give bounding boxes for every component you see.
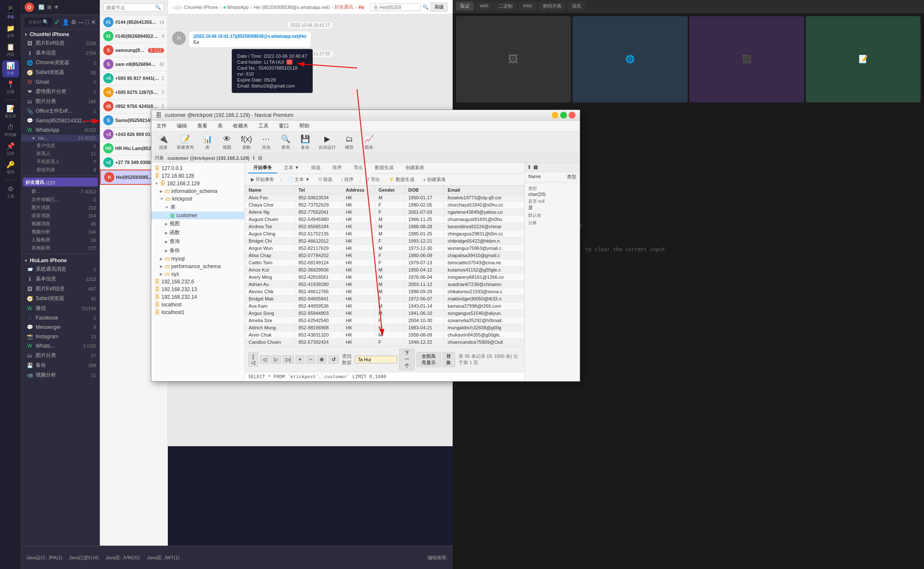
window-maximize-btn[interactable]: □ bbox=[560, 112, 567, 119]
table-row[interactable]: Bridget Mak852-84005841HKF1972-06-07makb… bbox=[245, 295, 524, 303]
subtb-begin[interactable]: ▶ 开始事务 bbox=[248, 176, 277, 184]
nav-file-transfer[interactable]: 文件传输已... 2 bbox=[21, 195, 99, 204]
nav-love-photos[interactable]: ❤ 爱情图片分类 1 bbox=[21, 87, 99, 96]
nav-other-apps[interactable]: 其他应用 172 bbox=[21, 244, 99, 252]
tb-view[interactable]: 👁 视图 bbox=[218, 134, 235, 151]
col-address[interactable]: Address bbox=[342, 186, 375, 194]
tab-sort[interactable]: 排序 bbox=[327, 163, 347, 173]
nav-hiulam-photoclassify[interactable]: 🗂 图片分类 17 bbox=[21, 351, 99, 360]
analysis-search-input[interactable] bbox=[28, 20, 41, 25]
nav-good-friends[interactable]: 好友通讯 /223 bbox=[23, 178, 98, 187]
nav-face-detection[interactable]: 人脸检测 16 bbox=[21, 236, 99, 244]
tb-autorun[interactable]: ▶ 自动运行 bbox=[316, 133, 338, 151]
device-chunhei[interactable]: ▼ ChunHei iPhone bbox=[21, 30, 99, 38]
last-page-btn[interactable]: ▷| bbox=[283, 355, 294, 364]
window-close-btn[interactable]: ✕ bbox=[569, 112, 575, 119]
copy-record-btn[interactable]: ⊕ bbox=[317, 355, 327, 364]
thumbnail-2[interactable]: 🌐 bbox=[573, 16, 687, 102]
table-row[interactable]: Adrian Au852-41939280HKM2003-11-12auadri… bbox=[245, 281, 524, 288]
forward-btn[interactable]: ▷ bbox=[179, 4, 182, 10]
msg-item-144[interactable]: #1 #144 (85264135585... 14 bbox=[100, 15, 167, 29]
refresh-btn[interactable]: 🔄 bbox=[38, 4, 45, 10]
node-search-box[interactable]: 🔍 bbox=[103, 3, 164, 11]
tree-customer-table[interactable]: ▦ customer bbox=[151, 212, 244, 219]
menu-edit[interactable]: 编辑 bbox=[175, 122, 189, 130]
tb-query[interactable]: 🔍 查询 bbox=[277, 133, 294, 151]
nav-hiulam-wechat[interactable]: W 微信 21/144 bbox=[21, 303, 99, 313]
props-info-icon[interactable]: ℹ bbox=[528, 164, 530, 170]
subtb-filter[interactable]: ▽ 筛选 bbox=[316, 176, 335, 184]
thumbnail-3[interactable]: ⬛ bbox=[689, 16, 804, 102]
table-row[interactable]: Alonso Chik852-46612766HKM1998-09-29chik… bbox=[245, 288, 524, 295]
thumbnail-1[interactable]: 🖼 bbox=[456, 16, 571, 102]
nav-sys-msg[interactable]: 📨 系统通讯消息 1 bbox=[21, 264, 99, 274]
nav-photo-classify[interactable]: 🗂 图片分类 186 bbox=[21, 96, 99, 106]
tab-web[interactable]: web bbox=[476, 2, 493, 11]
tree-views[interactable]: ▶ 视图 bbox=[151, 219, 244, 228]
nav-gmail[interactable]: M Gmail 2 bbox=[21, 77, 99, 87]
nav-safari[interactable]: 🧭 Safari浏览器 50 bbox=[21, 68, 99, 77]
minimize-icon[interactable]: — bbox=[78, 19, 84, 25]
nav-chrome[interactable]: 🌐 Chrome浏览器 2 bbox=[21, 58, 99, 68]
table-row[interactable]: Alvis Foo852-50623534HKM1950-01-17fooalv… bbox=[245, 194, 524, 201]
tree-sys[interactable]: ▶ 🗃 sys bbox=[151, 270, 244, 278]
tree-127[interactable]: 🗄 127.0.0.1 bbox=[151, 164, 244, 172]
props-list-icon[interactable]: ▤ bbox=[533, 164, 538, 170]
nav-hiulam-basic[interactable]: ℹ 基本信息 2203 bbox=[21, 274, 99, 284]
tree-localhost1[interactable]: 🗄 localhost1 bbox=[151, 309, 244, 316]
nav-hiulam-instagram[interactable]: 📸 Instagram 13 bbox=[21, 332, 99, 341]
search-data-input[interactable] bbox=[355, 356, 397, 363]
tree-krickpost[interactable]: ▼ 🗃 krickpost bbox=[151, 195, 244, 203]
highlight-all-btn[interactable]: 全部高亮显示 bbox=[417, 352, 440, 367]
tb-other[interactable]: ⋯ 其他 bbox=[258, 133, 275, 151]
first-page-btn[interactable]: |◁ bbox=[248, 352, 258, 367]
tree-queries[interactable]: ▶ 查询 bbox=[151, 237, 244, 246]
user-icon[interactable]: 👤 bbox=[62, 19, 69, 25]
table-row[interactable]: Amos Kut852-36929936HKM1950-04-12kutamos… bbox=[245, 266, 524, 274]
advanced-btn[interactable]: 高级 bbox=[431, 3, 448, 11]
icon-bar-location[interactable]: 📍 位置 bbox=[2, 79, 19, 96]
tree-mysql[interactable]: ▶ 🗃 mysql bbox=[151, 255, 244, 263]
tree-192-main[interactable]: ▼ 🗄 192.168.2.129 bbox=[151, 180, 244, 187]
prev-page-btn[interactable]: ◁ bbox=[260, 355, 269, 364]
tab-misc[interactable]: misc bbox=[519, 2, 537, 11]
col-dob[interactable]: DOB bbox=[405, 186, 444, 194]
tb-chart[interactable]: 📈 图表 bbox=[360, 133, 377, 151]
msg-item-593[interactable]: +5 +593 95 917 0441(59... 2 bbox=[100, 71, 167, 85]
icon-bar-phone[interactable]: 📱 手机 bbox=[2, 4, 19, 21]
table-row[interactable]: Arvin Chuk852-43831320HKM1958-08-09chuka… bbox=[245, 331, 524, 339]
sql-text[interactable]: SELECT * FROM `krickpost`.`customer` LIM… bbox=[248, 374, 386, 379]
next-search-btn[interactable]: 下一个 bbox=[399, 348, 415, 370]
tree-172[interactable]: 🗄 172.16.80.128 bbox=[151, 172, 244, 180]
col-email[interactable]: Email bbox=[444, 186, 524, 194]
tab-filter[interactable]: 筛选 bbox=[306, 163, 326, 173]
nav-hiulam-backup[interactable]: 💾 备份 398 bbox=[21, 360, 99, 370]
tree-tables[interactable]: ▼ 表 bbox=[151, 203, 244, 212]
nav-hiulam-whatsapp[interactable]: W Whats... 1 /155 bbox=[21, 341, 99, 351]
table-row[interactable]: Candice Chuen852-57392424HKF1949-12-22ch… bbox=[245, 339, 524, 346]
nav-basic-info[interactable]: ℹ 基本信息 2794 bbox=[21, 48, 99, 58]
tree-perf-schema[interactable]: ▶ 🗃 performance_schema bbox=[151, 263, 244, 270]
nav-groups[interactable]: 群... 7 /4312 bbox=[21, 187, 99, 195]
tb-connect[interactable]: 🔌 连接 bbox=[155, 133, 172, 151]
window-minimize-btn[interactable]: — bbox=[552, 112, 558, 119]
refresh-table-btn[interactable]: ↺ bbox=[329, 355, 339, 364]
detail-view-btn[interactable]: 👁 bbox=[54, 4, 59, 10]
nav-whatsapp[interactable]: W WhatsApp /6332 bbox=[21, 125, 99, 135]
table-row[interactable]: Caitlin Tsim852-68149124HKF1979-07-13tsi… bbox=[245, 259, 524, 266]
nav-group-list[interactable]: 群组列表 8 bbox=[21, 166, 99, 174]
table-row[interactable]: Augus Ching852-51752135HKM1985-01-25chin… bbox=[245, 230, 524, 238]
icon-bar-analysis[interactable]: 📊 分析 bbox=[2, 60, 19, 77]
subtb-createindex[interactable]: + 创建索表 bbox=[420, 176, 448, 184]
tb-backup[interactable]: 💾 备份 bbox=[297, 133, 314, 151]
nav-customer-info[interactable]: 客户信息 1 bbox=[21, 142, 99, 150]
subtb-export[interactable]: ⤴ 导出 bbox=[364, 176, 383, 184]
table-row[interactable]: Chaya Chor852-73752629HKF1980-02-05chorc… bbox=[245, 201, 524, 209]
subtb-text[interactable]: 📄 文本 ▼ bbox=[285, 176, 312, 184]
icon-bar-records[interactable]: 📌 记录 bbox=[2, 141, 19, 158]
table-row[interactable]: Avery Ming852-42818561HKM1976-06-04minga… bbox=[245, 274, 524, 281]
tree-192-232-13[interactable]: 🗄 192.168.232.13 bbox=[151, 286, 244, 293]
maximize-icon[interactable]: □ bbox=[86, 19, 89, 25]
subtb-datagen[interactable]: ⚡ 数据生成 bbox=[386, 176, 417, 184]
tree-backups[interactable]: ▶ 备份 bbox=[151, 246, 244, 255]
